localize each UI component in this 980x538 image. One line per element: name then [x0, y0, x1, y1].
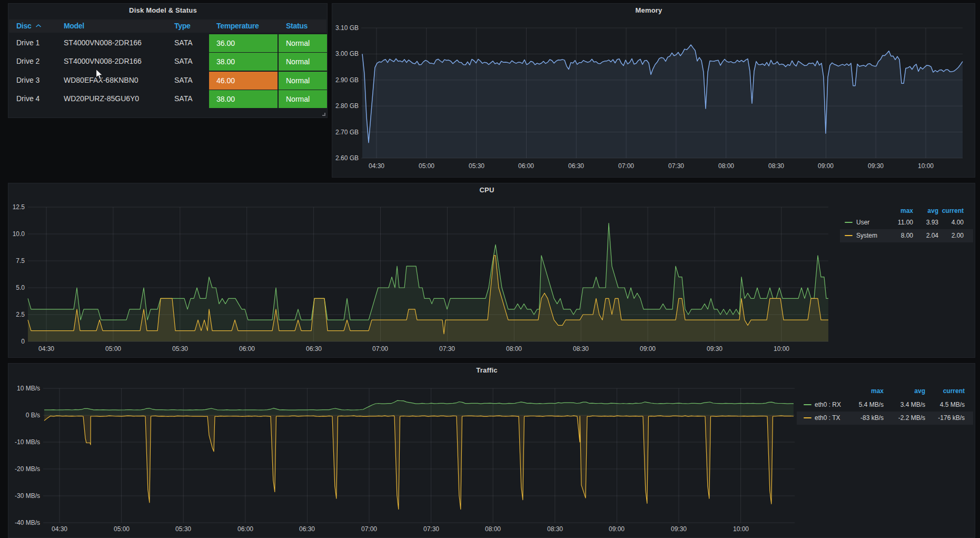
- svg-text:07:00: 07:00: [361, 525, 377, 533]
- svg-text:07:30: 07:30: [668, 162, 684, 170]
- svg-text:05:30: 05:30: [175, 525, 191, 533]
- svg-text:08:00: 08:00: [506, 345, 522, 353]
- svg-text:04:30: 04:30: [38, 345, 54, 353]
- svg-text:10:00: 10:00: [733, 525, 749, 533]
- svg-text:08:30: 08:30: [573, 345, 589, 353]
- svg-text:09:30: 09:30: [868, 162, 884, 170]
- svg-text:10 MB/s: 10 MB/s: [17, 385, 40, 392]
- svg-text:-30 MB/s: -30 MB/s: [15, 492, 40, 500]
- svg-text:-10 MB/s: -10 MB/s: [15, 438, 40, 446]
- svg-text:2.5: 2.5: [16, 311, 25, 318]
- svg-text:3.10 GB: 3.10 GB: [335, 24, 359, 32]
- svg-text:-40 MB/s: -40 MB/s: [15, 519, 40, 526]
- svg-text:06:30: 06:30: [306, 345, 322, 353]
- svg-text:0: 0: [21, 338, 25, 345]
- svg-text:2.90 GB: 2.90 GB: [335, 76, 359, 84]
- svg-text:06:00: 06:00: [518, 162, 534, 170]
- svg-text:09:00: 09:00: [818, 162, 834, 170]
- svg-text:07:30: 07:30: [423, 525, 439, 533]
- svg-text:7.5: 7.5: [16, 257, 25, 265]
- svg-text:09:30: 09:30: [671, 525, 687, 533]
- svg-text:08:30: 08:30: [547, 525, 563, 533]
- svg-text:08:30: 08:30: [768, 162, 784, 170]
- svg-text:07:30: 07:30: [439, 345, 455, 353]
- svg-text:2.70 GB: 2.70 GB: [335, 129, 359, 136]
- svg-text:04:30: 04:30: [52, 525, 67, 533]
- svg-text:05:00: 05:00: [114, 525, 130, 533]
- svg-text:-20 MB/s: -20 MB/s: [15, 465, 40, 473]
- svg-text:05:00: 05:00: [419, 162, 434, 170]
- svg-text:08:00: 08:00: [718, 162, 734, 170]
- svg-text:09:00: 09:00: [640, 345, 656, 353]
- svg-text:0 B/s: 0 B/s: [26, 412, 40, 419]
- svg-text:08:00: 08:00: [485, 525, 501, 533]
- svg-text:10.0: 10.0: [13, 230, 25, 238]
- svg-text:09:30: 09:30: [707, 345, 722, 353]
- svg-text:05:30: 05:30: [172, 345, 188, 353]
- svg-text:06:00: 06:00: [237, 525, 253, 533]
- svg-text:09:00: 09:00: [609, 525, 625, 533]
- svg-text:2.80 GB: 2.80 GB: [335, 102, 359, 110]
- svg-text:06:00: 06:00: [239, 345, 255, 353]
- svg-text:2.60 GB: 2.60 GB: [335, 154, 359, 162]
- svg-text:06:30: 06:30: [568, 162, 584, 170]
- svg-text:3.00 GB: 3.00 GB: [335, 50, 359, 57]
- svg-text:06:30: 06:30: [299, 525, 315, 533]
- svg-text:12.5: 12.5: [13, 203, 25, 211]
- svg-text:5.0: 5.0: [16, 284, 25, 291]
- svg-text:10:00: 10:00: [918, 162, 934, 170]
- svg-text:07:00: 07:00: [618, 162, 634, 170]
- svg-text:07:00: 07:00: [372, 345, 388, 353]
- svg-text:05:00: 05:00: [105, 345, 121, 353]
- svg-text:05:30: 05:30: [469, 162, 484, 170]
- svg-text:10:00: 10:00: [774, 345, 789, 353]
- svg-text:04:30: 04:30: [369, 162, 384, 170]
